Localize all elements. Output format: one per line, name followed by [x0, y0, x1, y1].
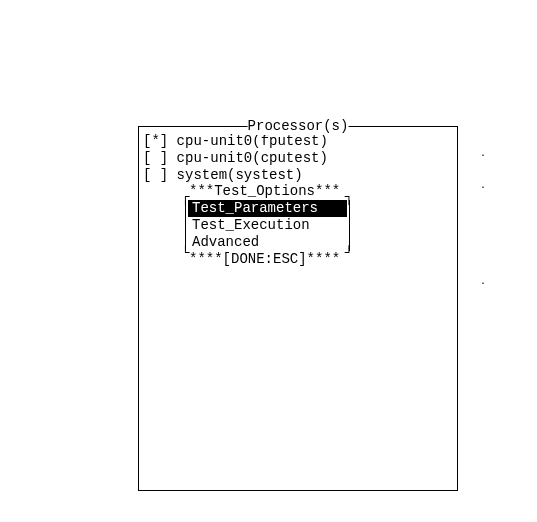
processors-panel: Processor(s) [*] cpu-unit0(fputest) [ ] …: [138, 126, 458, 491]
popup-title: ***Test_Options***: [189, 183, 349, 200]
popup-body: Test_Parameters Test_Execution Advanced: [185, 200, 350, 250]
tick-mark-icon: .: [480, 276, 486, 288]
checkbox-icon[interactable]: [*]: [143, 133, 168, 150]
menu-item-test-parameters[interactable]: Test_Parameters: [188, 200, 347, 217]
item-label: system(systest): [168, 167, 302, 184]
list-item[interactable]: [*] cpu-unit0(fputest): [143, 133, 453, 150]
tick-mark-icon: .: [480, 148, 486, 160]
test-options-popup: ***Test_Options*** Test_Parameters Test_…: [189, 183, 349, 267]
panel-title: Processor(s): [248, 118, 349, 135]
list-item[interactable]: [ ] system(systest): [143, 167, 453, 184]
menu-item-test-execution[interactable]: Test_Execution: [188, 217, 347, 234]
item-label: cpu-unit0(cputest): [168, 150, 328, 167]
item-list: [*] cpu-unit0(fputest) [ ] cpu-unit0(cpu…: [139, 127, 457, 267]
tick-mark-icon: .: [480, 180, 486, 192]
checkbox-icon[interactable]: [ ]: [143, 150, 168, 167]
popup-footer: ****[DONE:ESC]****: [189, 251, 349, 268]
item-label: cpu-unit0(fputest): [168, 133, 328, 150]
checkbox-icon[interactable]: [ ]: [143, 167, 168, 184]
menu-item-advanced[interactable]: Advanced: [188, 234, 347, 251]
list-item[interactable]: [ ] cpu-unit0(cputest): [143, 150, 453, 167]
